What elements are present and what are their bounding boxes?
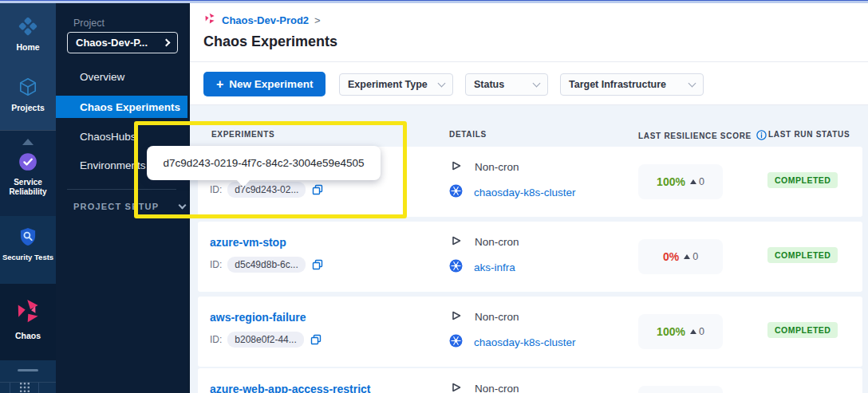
triangle-up-icon [690,329,696,334]
experiment-row[interactable]: aws-region-failure ID: b208e0f2-44... No… [198,297,862,367]
kubernetes-icon [449,259,463,276]
experiment-name-link[interactable]: aws-region-failure [210,311,306,324]
project-section-label: Project [73,18,105,29]
experiment-id: ID: d5c49d8b-6c... [210,257,324,273]
resilience-score-card: 100% 0 [638,164,723,199]
project-selector[interactable]: Chaos-Dev-P... [67,32,178,53]
schedule-detail: Non-cron [449,381,519,393]
schedule-label: Non-cron [475,383,519,393]
schedule-detail: Non-cron [449,159,519,175]
info-icon[interactable] [756,130,767,142]
drag-handle-icon [18,369,38,371]
id-prefix-label: ID: [210,334,222,345]
project-selector-value: Chaos-Dev-P... [76,37,148,49]
filter-status[interactable]: Status [465,73,548,96]
sidebar-item-chaos-experiments[interactable]: Chaos Experiments [56,96,187,118]
nav-section-account: Home Projects [0,3,56,130]
score-delta-value: 0 [699,326,704,337]
column-header-experiments: EXPERIMENTS [211,130,274,139]
sidebar-item-home-label: Home [16,42,39,52]
security-tests-icon [18,226,38,249]
nav-dock [0,382,56,393]
infrastructure-link[interactable]: aks-infra [474,261,515,273]
experiment-name-link[interactable]: azure-web-app-access-restrict [210,383,371,393]
new-experiment-button[interactable]: + New Experiment [203,72,326,96]
browser-top-strip [0,0,868,3]
chevron-down-icon [438,80,446,88]
experiment-id: ID: d7c9d243-02... [210,182,324,198]
sidebar-item-chaoshubs[interactable]: ChaosHubs [56,125,187,147]
sidebar-item-overview[interactable]: Overview [56,65,187,88]
status-badge: COMPLETED [767,322,838,338]
resilience-score-value: 100% [657,175,685,188]
copy-icon[interactable] [310,333,322,346]
play-icon [449,381,462,393]
experiment-id-pill: d5c49d8b-6c... [227,257,305,273]
column-header-last-run-status: LAST RUN STATUS [768,130,850,139]
sidebar-item-chaos[interactable]: Chaos [0,297,56,340]
infrastructure-link[interactable]: chaosday-k8s-cluster [474,336,576,348]
column-header-details: DETAILS [449,130,487,139]
score-delta-value: 0 [699,176,704,187]
breadcrumb: Chaos-Dev-Prod2 > [203,12,321,28]
kubernetes-icon [449,334,463,351]
sidebar-item-service-reliability[interactable]: Service Reliability [0,151,56,197]
nav-resize-handle[interactable] [0,360,56,382]
sidebar-item-projects-label: Projects [11,103,44,112]
schedule-label: Non-cron [475,311,519,323]
nav-section-chaos: Chaos [0,284,56,360]
play-icon [449,159,462,175]
service-reliability-icon [18,151,38,174]
resilience-score-card: 100% 0 [638,314,723,349]
sidebar-item-projects[interactable]: Projects [0,77,56,112]
sidebar-item-chaos-label: Chaos [15,331,41,340]
page-title: Chaos Experiments [203,33,337,50]
infrastructure-detail: chaosday-k8s-cluster [449,334,576,351]
apps-grid-button[interactable] [10,383,39,393]
triangle-up-icon [690,179,696,184]
resilience-score-card [638,386,723,393]
score-delta: 0 [684,251,698,262]
score-delta: 0 [690,176,704,187]
nav-section-modules: Service Reliability [0,130,56,216]
grid-icon [20,381,30,393]
schedule-label: Non-cron [475,236,519,248]
copy-icon[interactable] [311,183,324,196]
chaos-module-mini-icon [203,12,216,28]
play-icon [449,309,462,324]
nav-section-security: Security Tests [0,216,56,284]
resilience-score-value: 0% [663,250,679,263]
infrastructure-detail: chaosday-k8s-cluster [449,184,576,201]
filter-target-infrastructure[interactable]: Target Infrastructure [560,73,704,96]
schedule-detail: Non-cron [449,309,519,324]
resilience-score-card: 0% 0 [638,239,723,274]
chevron-down-icon [688,80,696,88]
sidebar-item-security-tests[interactable]: Security Tests [0,226,56,262]
kubernetes-icon [449,184,463,201]
infrastructure-link[interactable]: chaosday-k8s-cluster [474,187,576,198]
breadcrumb-separator: > [314,14,321,26]
module-nav-rail: Home Projects Service Reliability [0,3,56,393]
experiment-row[interactable]: azure-web-app-access-restrict ID: Non-cr… [198,368,862,393]
experiment-row[interactable]: azure-vm-stop ID: d5c49d8b-6c... Non-cro… [198,222,862,292]
breadcrumb-project-link[interactable]: Chaos-Dev-Prod2 [222,14,309,26]
experiment-id: ID: b208e0f2-44... [210,332,322,348]
sidebar-item-home[interactable]: Home [0,16,56,52]
copy-icon[interactable] [311,258,324,271]
chevron-down-icon [179,202,187,210]
plus-icon: + [216,77,223,92]
project-sidebar: Project Chaos-Dev-P... Overview Chaos Ex… [56,3,187,393]
chevron-right-icon [163,39,171,47]
collapse-up-icon[interactable] [22,139,34,145]
experiment-id-pill: b208e0f2-44... [227,332,303,348]
schedule-label: Non-cron [475,161,519,173]
play-icon [449,234,462,250]
sidebar-item-service-reliability-label: Service Reliability [0,178,56,197]
triangle-up-icon [684,254,690,259]
filter-experiment-type[interactable]: Experiment Type [339,73,453,96]
projects-icon [18,77,38,99]
home-icon [18,16,38,38]
project-setup-toggle[interactable]: PROJECT SETUP [73,202,185,211]
experiment-name-link[interactable]: azure-vm-stop [210,236,286,249]
sidebar-item-security-tests-label: Security Tests [2,253,53,262]
